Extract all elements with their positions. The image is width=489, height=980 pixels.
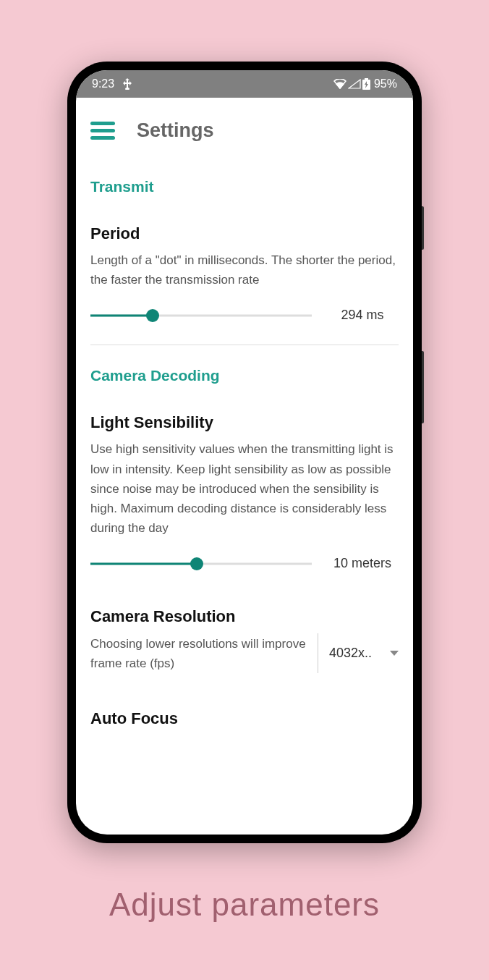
period-slider[interactable]: [90, 308, 312, 323]
setting-camera-resolution: Camera Resolution Choosing lower resolut…: [90, 607, 399, 673]
phone-frame: 9:23 95%: [67, 62, 422, 843]
phone-screen: 9:23 95%: [76, 70, 413, 835]
status-time: 9:23: [92, 77, 114, 90]
svg-rect-1: [365, 78, 368, 80]
light-slider[interactable]: [90, 557, 312, 571]
signal-icon: [348, 79, 361, 89]
section-camera-header: Camera Decoding: [90, 367, 399, 384]
section-transmit-header: Transmit: [90, 178, 399, 195]
light-title: Light Sensibility: [90, 413, 399, 432]
setting-period: Period Length of a "dot" in milliseconds…: [90, 224, 399, 323]
chevron-down-icon: [390, 651, 399, 656]
light-value: 10 meters: [326, 556, 399, 571]
period-title: Period: [90, 224, 399, 243]
home-indicator[interactable]: [205, 824, 284, 827]
battery-percent: 95%: [374, 77, 397, 90]
divider: [90, 345, 399, 345]
setting-light-sensibility: Light Sensibility Use high sensitivity v…: [90, 413, 399, 571]
period-value: 294 ms: [326, 308, 399, 323]
caption: Adjust parameters: [109, 887, 380, 923]
battery-icon: [362, 78, 370, 90]
status-bar: 9:23 95%: [76, 70, 413, 98]
header: Settings: [90, 119, 399, 142]
autofocus-title: Auto Focus: [90, 709, 399, 728]
divider-vertical: [318, 633, 318, 673]
resolution-selected: 4032x..: [329, 646, 372, 661]
usb-icon: [123, 78, 132, 90]
period-description: Length of a "dot" in milliseconds. The s…: [90, 250, 399, 290]
resolution-title: Camera Resolution: [90, 607, 399, 626]
resolution-description: Choosing lower resolutions will improve …: [90, 634, 307, 673]
wifi-icon: [333, 79, 346, 89]
app-content: Settings Transmit Period Length of a "do…: [76, 98, 413, 835]
resolution-dropdown[interactable]: 4032x..: [329, 646, 399, 661]
hamburger-icon[interactable]: [90, 122, 115, 140]
setting-auto-focus: Auto Focus: [90, 709, 399, 728]
page-title: Settings: [137, 119, 214, 142]
light-description: Use high sensitivity values when the tra…: [90, 439, 399, 538]
